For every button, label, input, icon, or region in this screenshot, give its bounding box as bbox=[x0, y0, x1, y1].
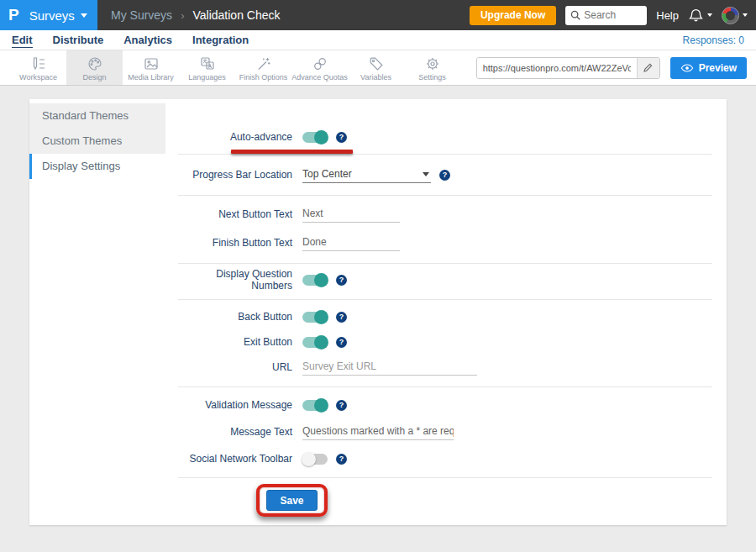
tab-distribute[interactable]: Distribute bbox=[53, 33, 104, 47]
divider bbox=[178, 154, 712, 155]
toolbar-item-label: Media Library bbox=[128, 73, 174, 81]
toolbar-right: Preview bbox=[476, 50, 756, 85]
exit-url-input[interactable] bbox=[302, 359, 477, 376]
upgrade-now-button[interactable]: Upgrade Now bbox=[470, 6, 556, 25]
media-library-icon bbox=[143, 55, 160, 72]
sidebar-item-standard-themes[interactable]: Standard Themes bbox=[29, 103, 165, 129]
variables-icon bbox=[368, 55, 385, 72]
preview-button[interactable]: Preview bbox=[670, 57, 747, 79]
social-network-toolbar-row: Social Network Toolbar ? bbox=[178, 446, 712, 471]
toolbar-item-label: Workspace bbox=[19, 73, 57, 81]
display-question-numbers-toggle[interactable] bbox=[302, 275, 328, 286]
toggle-knob bbox=[302, 452, 316, 466]
finish-button-text-row: Finish Button Text bbox=[178, 229, 712, 256]
global-search[interactable] bbox=[565, 6, 647, 25]
message-text-input[interactable] bbox=[302, 423, 454, 440]
back-button-toggle[interactable] bbox=[302, 312, 328, 323]
divider bbox=[178, 386, 712, 387]
sidebar-item-display-settings[interactable]: Display Settings bbox=[29, 154, 165, 179]
toggle-knob bbox=[314, 335, 328, 350]
edit-toolbar: Workspace Design Media Library Languages… bbox=[0, 50, 756, 86]
toggle-knob bbox=[314, 398, 328, 413]
divider bbox=[178, 195, 712, 196]
social-network-toolbar-label: Social Network Toolbar bbox=[178, 453, 292, 465]
next-button-text-label: Next Button Text bbox=[178, 208, 292, 220]
exit-button-label: Exit Button bbox=[178, 336, 292, 348]
top-header: P Surveys My Surveys › Validation Check … bbox=[0, 0, 756, 30]
tab-edit[interactable]: Edit bbox=[12, 33, 33, 48]
header-actions: Upgrade Now Help bbox=[470, 6, 756, 25]
help-icon[interactable]: ? bbox=[336, 132, 347, 143]
breadcrumb-separator: › bbox=[181, 9, 184, 22]
validation-message-toggle[interactable] bbox=[302, 400, 328, 411]
help-icon[interactable]: ? bbox=[439, 170, 450, 181]
divider bbox=[178, 477, 712, 478]
design-icon bbox=[87, 55, 103, 72]
toolbar-item-design[interactable]: Design bbox=[66, 50, 123, 85]
toolbar-item-variables[interactable]: Variables bbox=[348, 50, 404, 85]
toolbar-item-label: Advance Quotas bbox=[291, 73, 348, 81]
toolbar-item-label: Languages bbox=[188, 73, 226, 81]
social-network-toolbar-toggle[interactable] bbox=[302, 454, 328, 465]
notifications-menu[interactable] bbox=[688, 8, 712, 24]
toolbar-item-workspace[interactable]: Workspace bbox=[10, 50, 66, 85]
toolbar-item-label: Design bbox=[82, 73, 106, 81]
exit-button-toggle[interactable] bbox=[302, 337, 328, 348]
product-menu[interactable]: P Surveys bbox=[0, 0, 97, 30]
toolbar-item-finish-options[interactable]: Finish Options bbox=[235, 50, 291, 85]
back-button-label: Back Button bbox=[178, 311, 292, 323]
account-menu[interactable] bbox=[722, 7, 748, 24]
search-input[interactable] bbox=[584, 9, 643, 21]
questionpro-logo-icon: P bbox=[8, 6, 19, 24]
help-icon[interactable]: ? bbox=[336, 454, 347, 465]
message-text-label: Message Text bbox=[178, 426, 292, 438]
survey-url-input[interactable] bbox=[477, 58, 637, 78]
toolbar-item-media-library[interactable]: Media Library bbox=[123, 50, 179, 85]
help-icon[interactable]: ? bbox=[336, 337, 347, 348]
responses-count: Responses: 0 bbox=[683, 34, 744, 46]
toolbar-item-label: Variables bbox=[360, 73, 391, 81]
search-icon bbox=[570, 9, 581, 21]
validation-message-label: Validation Message bbox=[178, 399, 292, 411]
display-settings-form: Auto-advance ? Progress Bar Location Top… bbox=[165, 99, 727, 525]
select-value: Top Center bbox=[302, 168, 352, 180]
toggle-knob bbox=[314, 130, 328, 145]
toggle-knob bbox=[314, 310, 328, 324]
progress-bar-location-select[interactable]: Top Center bbox=[302, 166, 431, 183]
progress-bar-location-row: Progress Bar Location Top Center ? bbox=[178, 161, 712, 188]
tab-integration[interactable]: Integration bbox=[192, 33, 249, 47]
tab-analytics[interactable]: Analytics bbox=[123, 33, 172, 47]
auto-advance-toggle[interactable] bbox=[302, 132, 328, 143]
main-nav: Edit Distribute Analytics Integration Re… bbox=[0, 30, 756, 50]
preview-label: Preview bbox=[699, 62, 737, 74]
sidebar-item-custom-themes[interactable]: Custom Themes bbox=[29, 129, 165, 154]
breadcrumb-current: Validation Check bbox=[192, 8, 280, 22]
annotation-red-underline bbox=[231, 150, 353, 154]
divider bbox=[178, 263, 712, 264]
pencil-icon bbox=[643, 62, 654, 73]
toolbar-item-label: Settings bbox=[418, 73, 446, 81]
product-label: Surveys bbox=[29, 8, 75, 23]
toolbar-item-label: Finish Options bbox=[239, 73, 288, 81]
toolbar-item-settings[interactable]: Settings bbox=[404, 50, 460, 85]
help-icon[interactable]: ? bbox=[336, 312, 347, 323]
back-button-row: Back Button ? bbox=[178, 304, 712, 329]
edit-url-button[interactable] bbox=[637, 57, 659, 79]
breadcrumb-my-surveys[interactable]: My Surveys bbox=[111, 8, 172, 22]
help-icon[interactable]: ? bbox=[336, 275, 347, 286]
advance-quotas-icon bbox=[312, 55, 328, 72]
annotation-red-box: Save bbox=[256, 484, 328, 517]
next-button-text-input[interactable] bbox=[302, 206, 400, 223]
content-area: Standard Themes Custom Themes Display Se… bbox=[0, 86, 756, 525]
finish-button-text-input[interactable] bbox=[302, 234, 400, 251]
toolbar-item-languages[interactable]: Languages bbox=[179, 50, 235, 85]
workspace-icon bbox=[30, 55, 47, 72]
divider bbox=[178, 299, 712, 300]
save-button[interactable]: Save bbox=[266, 490, 318, 511]
auto-advance-label: Auto-advance bbox=[178, 131, 292, 143]
next-button-text-row: Next Button Text bbox=[178, 201, 712, 228]
help-link[interactable]: Help bbox=[656, 9, 679, 22]
toolbar-item-advance-quotas[interactable]: Advance Quotas bbox=[291, 50, 348, 85]
help-icon[interactable]: ? bbox=[336, 400, 347, 411]
breadcrumb: My Surveys › Validation Check bbox=[111, 8, 281, 22]
